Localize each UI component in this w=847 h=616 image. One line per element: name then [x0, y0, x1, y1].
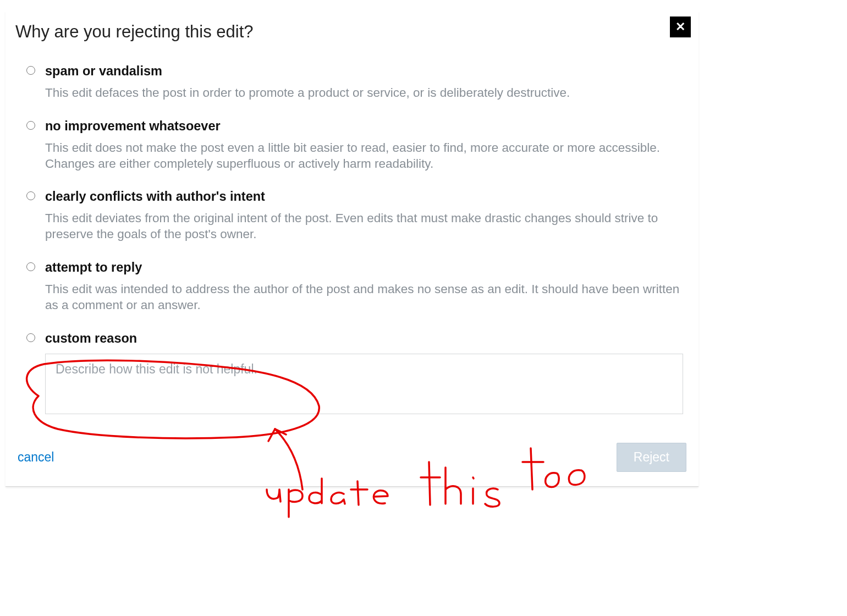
option-no-improvement: no improvement whatsoever This edit does…	[30, 119, 683, 172]
option-desc: This edit was intended to address the au…	[45, 282, 683, 314]
close-button[interactable]: ✕	[670, 16, 691, 37]
option-desc: This edit deviates from the original int…	[45, 211, 683, 243]
option-spam: spam or vandalism This edit defaces the …	[30, 64, 683, 101]
reject-edit-dialog: Why are you rejecting this edit? ✕ spam …	[6, 11, 698, 487]
rejection-options: spam or vandalism This edit defaces the …	[15, 64, 689, 416]
radio-reply[interactable]	[26, 262, 35, 271]
option-reply: attempt to reply This edit was intended …	[30, 260, 683, 314]
radio-spam[interactable]	[26, 66, 35, 75]
radio-custom[interactable]	[26, 333, 35, 342]
option-conflicts: clearly conflicts with author's intent T…	[30, 189, 683, 243]
dialog-title: Why are you rejecting this edit?	[15, 22, 254, 42]
option-desc: This edit does not make the post even a …	[45, 140, 683, 172]
option-title: clearly conflicts with author's intent	[45, 189, 683, 204]
option-title: no improvement whatsoever	[45, 119, 683, 134]
reject-button[interactable]: Reject	[617, 443, 686, 472]
radio-no-improvement[interactable]	[26, 121, 35, 130]
option-title: attempt to reply	[45, 260, 683, 275]
cancel-link[interactable]: cancel	[18, 450, 54, 465]
option-custom: custom reason	[30, 331, 683, 416]
custom-reason-input[interactable]	[45, 354, 683, 414]
option-title: custom reason	[45, 331, 683, 346]
option-title: spam or vandalism	[45, 64, 683, 79]
dialog-header: Why are you rejecting this edit? ✕	[15, 19, 689, 42]
close-icon: ✕	[675, 20, 685, 34]
radio-conflicts[interactable]	[26, 191, 35, 200]
dialog-footer: cancel Reject	[15, 443, 689, 472]
option-desc: This edit defaces the post in order to p…	[45, 85, 683, 101]
